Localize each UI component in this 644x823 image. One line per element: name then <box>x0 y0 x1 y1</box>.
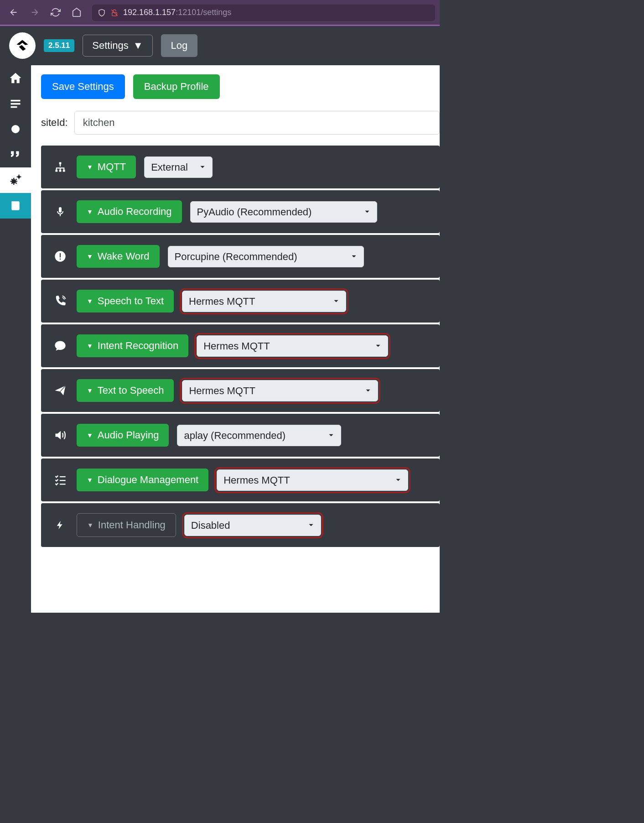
svg-rect-12 <box>63 170 65 172</box>
browser-home-icon <box>72 7 82 17</box>
settings-dropdown-label: Settings <box>92 40 129 52</box>
expand-mqtt-button[interactable]: ▼MQTT <box>77 156 136 178</box>
book-icon <box>10 200 21 212</box>
caret-down-icon: ▼ <box>87 163 93 171</box>
circle-icon <box>10 124 21 135</box>
app-logo[interactable] <box>9 32 36 59</box>
caret-down-icon: ▼ <box>87 521 93 529</box>
svg-point-8 <box>17 175 20 178</box>
backup-profile-button[interactable]: Backup Profile <box>133 74 220 99</box>
svg-rect-11 <box>59 170 62 172</box>
expand-audio_playing-button[interactable]: ▼Audio Playing <box>77 424 169 447</box>
rhasspy-logo-icon <box>13 36 31 55</box>
reload-button[interactable] <box>47 3 65 21</box>
log-button[interactable]: Log <box>161 34 198 57</box>
expand-label: Speech to Text <box>98 295 164 307</box>
cogs-icon <box>9 173 22 187</box>
home-button[interactable] <box>68 3 86 21</box>
save-settings-button[interactable]: Save Settings <box>41 74 125 99</box>
caret-down-icon: ▼ <box>87 387 93 394</box>
caret-down-icon: ▼ <box>87 297 93 305</box>
expand-label: Text to Speech <box>98 385 164 396</box>
expand-label: Intent Recognition <box>98 340 178 352</box>
caret-down-icon: ▼ <box>87 342 93 349</box>
browser-toolbar: 192.168.1.157:12101/settings <box>0 0 440 25</box>
svg-rect-18 <box>60 480 66 481</box>
sidebar <box>0 65 31 613</box>
expand-text_to_speech-button[interactable]: ▼Text to Speech <box>77 379 174 402</box>
content-area: Save Settings Backup Profile siteId: ▼MQ… <box>31 65 440 613</box>
bolt-icon <box>52 518 68 532</box>
sidebar-item-home[interactable] <box>0 65 31 91</box>
expand-wake_word-button[interactable]: ▼Wake Word <box>77 245 160 268</box>
settings-row-intent_handling: ▼Intent HandlingDisabled <box>41 503 440 547</box>
settings-row-audio_recording: ▼Audio RecordingPyAudio (Recommended) <box>41 190 440 233</box>
siteid-input[interactable] <box>74 111 440 135</box>
svg-rect-13 <box>59 207 62 213</box>
settings-row-audio_playing: ▼Audio Playingaplay (Recommended) <box>41 414 440 457</box>
arrow-right-icon <box>30 7 40 17</box>
text_to_speech-select[interactable]: Hermes MQTT <box>182 380 378 401</box>
arrow-left-icon <box>9 7 19 17</box>
wake_word-select[interactable]: Porcupine (Recommended) <box>168 246 364 267</box>
sidebar-item-sentences[interactable] <box>0 91 31 116</box>
url-bar[interactable]: 192.168.1.157:12101/settings <box>92 5 435 21</box>
intent_handling-select[interactable]: Disabled <box>184 515 321 536</box>
sidebar-item-docs[interactable] <box>0 193 31 219</box>
caret-down-icon: ▼ <box>87 432 93 439</box>
settings-row-intent_recognition: ▼Intent RecognitionHermes MQTT <box>41 324 440 367</box>
back-button[interactable] <box>5 3 23 21</box>
settings-row-wake_word: ▼Wake WordPorcupine (Recommended) <box>41 235 440 278</box>
svg-rect-9 <box>59 162 62 165</box>
url-text: 192.168.1.157:12101/settings <box>123 8 231 17</box>
sidebar-item-settings[interactable] <box>0 167 31 193</box>
sidebar-item-record[interactable] <box>0 116 31 142</box>
quote-icon <box>9 148 22 161</box>
network-icon <box>52 161 68 173</box>
lines-icon <box>9 97 22 110</box>
settings-row-mqtt: ▼MQTTExternal <box>41 146 440 188</box>
sidebar-item-words[interactable] <box>0 142 31 167</box>
expand-label: Wake Word <box>98 250 150 262</box>
comment-icon <box>52 339 68 352</box>
svg-rect-4 <box>11 103 21 105</box>
expand-label: Audio Playing <box>98 429 159 441</box>
speech_to_text-select[interactable]: Hermes MQTT <box>182 291 346 312</box>
dialogue_management-select[interactable]: Hermes MQTT <box>217 469 408 491</box>
expand-label: Intent Handling <box>98 519 166 531</box>
svg-rect-19 <box>60 484 66 484</box>
forward-button[interactable] <box>26 3 44 21</box>
audio_playing-select[interactable]: aplay (Recommended) <box>177 425 341 446</box>
caret-down-icon: ▼ <box>87 476 93 484</box>
svg-rect-17 <box>60 476 66 477</box>
settings-row-speech_to_text: ▼Speech to TextHermes MQTT <box>41 280 440 323</box>
expand-intent_recognition-button[interactable]: ▼Intent Recognition <box>77 334 188 357</box>
volume-icon <box>52 429 68 442</box>
expand-audio_recording-button[interactable]: ▼Audio Recording <box>77 200 182 223</box>
settings-row-text_to_speech: ▼Text to SpeechHermes MQTT <box>41 369 440 412</box>
caret-down-icon: ▼ <box>87 208 93 215</box>
home-icon <box>9 71 22 85</box>
mic-icon <box>52 205 68 218</box>
svg-rect-10 <box>56 170 58 172</box>
shield-icon <box>98 9 106 17</box>
phone-icon <box>52 295 68 307</box>
app-header: 2.5.11 Settings ▼ Log <box>0 26 440 65</box>
audio_recording-select[interactable]: PyAudio (Recommended) <box>190 201 377 223</box>
lock-insecure-icon <box>110 9 119 17</box>
expand-label: Audio Recording <box>98 206 172 218</box>
expand-speech_to_text-button[interactable]: ▼Speech to Text <box>77 290 174 313</box>
alert-icon <box>52 250 68 263</box>
settings-row-dialogue_management: ▼Dialogue ManagementHermes MQTT <box>41 458 440 501</box>
version-badge: 2.5.11 <box>44 39 74 52</box>
tasks-icon <box>52 474 68 486</box>
mqtt-select[interactable]: External <box>144 156 213 178</box>
expand-intent_handling-button[interactable]: ▼Intent Handling <box>77 513 176 537</box>
svg-rect-16 <box>60 259 61 260</box>
svg-rect-5 <box>11 106 17 108</box>
paperplane-icon <box>52 384 68 397</box>
settings-dropdown[interactable]: Settings ▼ <box>83 35 152 57</box>
intent_recognition-select[interactable]: Hermes MQTT <box>197 335 388 357</box>
expand-dialogue_management-button[interactable]: ▼Dialogue Management <box>77 469 208 491</box>
expand-label: Dialogue Management <box>98 474 198 486</box>
